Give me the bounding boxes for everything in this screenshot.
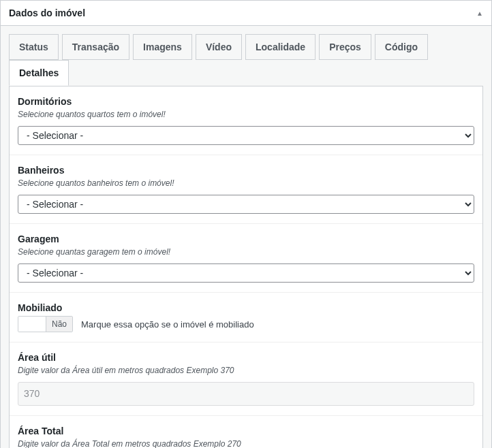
tab-transacao[interactable]: Transação	[62, 34, 129, 60]
tabs-list: Status Transação Imagens Vídeo Localidad…	[9, 34, 483, 86]
tab-imagens[interactable]: Imagens	[133, 34, 192, 60]
collapse-toggle-icon[interactable]: ▲	[468, 10, 491, 17]
switch-state-label: Não	[46, 317, 72, 332]
tab-status[interactable]: Status	[9, 34, 59, 60]
tab-localidade[interactable]: Localidade	[245, 34, 316, 60]
tab-panel-detalhes: Dormitórios Selecione quantos quartos te…	[9, 86, 483, 448]
field-banheiros: Banheiros Selecione quantos banheiros te…	[10, 155, 482, 224]
field-mobiliado: Mobiliado Não Marque essa opção se o imó…	[10, 293, 482, 342]
field-area-util: Área útil Digite valor da Área útil em m…	[10, 342, 482, 416]
mobiliado-toggle[interactable]: Não	[18, 316, 73, 332]
metabox-title: Dados do imóvel	[1, 1, 93, 25]
area-util-input[interactable]	[18, 382, 474, 406]
metabox-header: Dados do imóvel ▲	[1, 1, 491, 26]
switch-track	[18, 317, 46, 332]
field-area-total: Área Total Digite valor da Área Total em…	[10, 416, 482, 448]
field-garagem: Garagem Selecione quantas garagem tem o …	[10, 224, 482, 293]
field-label: Banheiros	[18, 165, 474, 176]
banheiros-select[interactable]: - Selecionar -	[18, 195, 474, 214]
field-description: Digite valor da Área Total em metros qua…	[18, 439, 474, 448]
field-label: Área Total	[18, 426, 474, 436]
metabox-inside: Status Transação Imagens Vídeo Localidad…	[1, 26, 491, 448]
dormitorios-select[interactable]: - Selecionar -	[18, 126, 474, 145]
field-description: Selecione quantos quartos tem o imóvel!	[18, 110, 474, 119]
field-description: Selecione quantos banheiros tem o imóvel…	[18, 178, 474, 188]
field-description: Selecione quantas garagem tem o imóvel!	[18, 247, 474, 257]
property-data-metabox: Dados do imóvel ▲ Status Transação Image…	[0, 0, 492, 448]
switch-row: Não Marque essa opção se o imóvel é mobi…	[18, 316, 474, 332]
field-dormitorios: Dormitórios Selecione quantos quartos te…	[10, 86, 482, 155]
switch-hint: Marque essa opção se o imóvel é mobiliad…	[81, 319, 254, 330]
field-label: Garagem	[18, 234, 474, 244]
tab-codigo[interactable]: Código	[375, 34, 428, 60]
field-label: Dormitórios	[18, 96, 474, 107]
tab-detalhes[interactable]: Detalhes	[9, 60, 69, 86]
tab-precos[interactable]: Preços	[319, 34, 371, 60]
field-label: Mobiliado	[18, 302, 474, 313]
garagem-select[interactable]: - Selecionar -	[18, 263, 474, 283]
field-label: Área útil	[18, 352, 474, 363]
tabs-wrap: Status Transação Imagens Vídeo Localidad…	[1, 26, 491, 86]
tab-video[interactable]: Vídeo	[196, 34, 242, 60]
field-description: Digite valor da Área útil em metros quad…	[18, 366, 474, 375]
